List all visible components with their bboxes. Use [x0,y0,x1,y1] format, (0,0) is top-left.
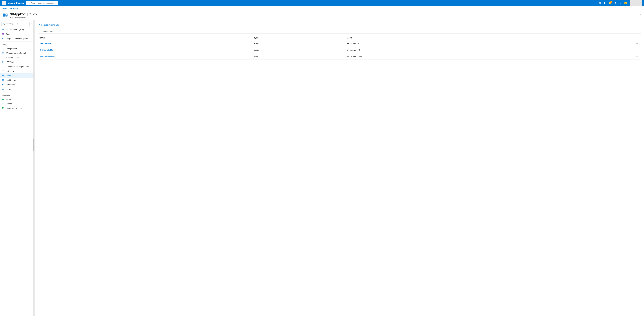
breadcrumb-home[interactable]: Home [2,7,7,10]
azure-logo: Microsoft Azure [8,2,24,4]
resource-ellipsis-btn[interactable]: ... [38,12,42,16]
svg-rect-20 [2,66,4,67]
row-menu-btn-0[interactable]: ··· [635,42,639,45]
svg-rect-32 [3,84,4,85]
row-actions-2: ··· [552,53,641,60]
sidebar-label-backend-pools: Backend pools [6,56,18,59]
sidebar-item-alerts[interactable]: Alerts [0,97,34,101]
help-btn[interactable]: ? [618,1,622,5]
row-menu-btn-1[interactable]: ··· [635,48,639,51]
sidebar-label-alerts: Alerts [6,98,11,100]
add-routing-rule-btn[interactable]: + Request routing rule [38,23,60,27]
resource-title-text: SRAppGV1 | Rules [10,12,37,16]
sidebar-item-properties[interactable]: Properties [0,82,34,87]
sidebar-collapse-btn[interactable]: « [30,22,33,25]
svg-rect-6 [6,15,6,15]
settings-section-label: Settings [0,42,34,46]
table-header-row: Name Type Listener [38,35,641,40]
col-listener: Listener [345,35,552,40]
main-layout: Home > SRAppGV1 SRAppGV1 | Rules ... A [0,6,644,316]
search-rules-input[interactable] [42,30,639,32]
sidebar-search-icon: 🔍 [3,23,5,25]
col-type: Type [252,35,345,40]
svg-rect-2 [4,14,4,14]
row-name-1: SRHttpRule443 [38,47,252,53]
content-layout: 🔍 « Access control (IAM) Tags [0,20,644,316]
main-content: + Request routing rule 🔍 Name Type Liste… [34,20,644,316]
row-type-2: Basic [252,53,345,60]
sidebar-item-diagnostic[interactable]: Diagnostic settings [0,106,34,110]
sidebar-label-rules: Rules [6,75,11,77]
add-routing-rule-label: Request routing rule [41,24,59,26]
rule-name-link-0[interactable]: SRHttpRule80 [40,42,52,45]
svg-rect-34 [2,89,4,90]
row-type-1: Basic [252,47,345,53]
toolbar: + Request routing rule [38,23,641,27]
firewall-icon [2,52,4,54]
sidebar-label-health-probes: Health probes [6,79,18,81]
monitoring-section-label: Monitoring [0,93,34,97]
search-wrap: 🔍 [26,1,117,5]
svg-rect-40 [2,108,3,109]
sidebar-item-access-control[interactable]: Access control (IAM) [0,27,34,32]
svg-rect-11 [2,48,3,48]
sidebar-search-wrap: 🔍 « [0,20,34,27]
notifications-btn[interactable]: 🔔 4 [608,1,613,5]
rule-name-link-2[interactable]: SRHttpRule22334 [40,55,55,58]
sidebar-item-metrics[interactable]: Metrics [0,101,34,106]
http-settings-icon [2,61,4,63]
breadcrumb-resource[interactable]: SRAppGV1 [10,7,20,10]
resource-icon [2,12,8,18]
svg-rect-3 [4,15,4,15]
svg-rect-13 [2,49,3,49]
email-icon-btn[interactable]: ✉ [598,1,602,5]
resource-title-group: SRAppGV1 | Rules ... Application gateway [10,12,637,18]
sidebar-label-properties: Properties [6,84,14,86]
sidebar-item-listeners[interactable]: Listeners [0,69,34,73]
row-menu-btn-2[interactable]: ··· [635,55,639,58]
sidebar-item-frontend-ip[interactable]: Frontend IP configurations [0,64,34,69]
sidebar-item-rules[interactable]: Rules [0,73,34,78]
resource-title: SRAppGV1 | Rules ... [10,12,637,16]
alerts-icon [2,98,4,100]
search-bar [38,29,641,34]
rules-table: Name Type Listener SRHttpRule80 Basic SR… [38,35,641,60]
listeners-icon [2,70,4,72]
sidebar-item-configuration[interactable]: Configuration [0,46,34,51]
sidebar-item-diagnose[interactable]: Diagnose and solve problems [0,36,34,41]
hamburger-menu[interactable]: ☰ [2,1,6,5]
search-bar-wrap: 🔍 [38,29,641,34]
properties-icon [2,83,4,86]
metrics-icon [2,103,4,105]
tags-icon [2,33,4,35]
sidebar-item-tags[interactable]: Tags [0,32,34,36]
sidebar-item-web-app-firewall[interactable]: Web application firewall [0,51,34,55]
rule-name-link-1[interactable]: SRHttpRule443 [40,49,53,51]
sidebar-label-http-settings: HTTP settings [6,61,18,63]
sidebar-item-backend-pools[interactable]: Backend pools [0,55,34,60]
svg-rect-35 [2,99,2,100]
configuration-icon [2,47,4,50]
row-type-0: Basic [252,40,345,47]
sidebar-item-health-probes[interactable]: Health probes [0,78,34,82]
svg-point-8 [2,28,4,29]
topbar-account-section [630,0,642,6]
sidebar-item-http-settings[interactable]: HTTP settings [0,60,34,64]
svg-rect-37 [4,99,4,100]
row-name-2: SRHttpRule22334 [38,53,252,60]
svg-point-9 [2,33,3,34]
svg-rect-15 [2,57,4,57]
diagnostic-icon [2,107,4,109]
settings-btn[interactable]: ⚙ [614,1,618,5]
close-button[interactable]: × [639,12,642,17]
svg-rect-7 [6,16,6,16]
sidebar-search-input[interactable] [2,22,30,26]
topbar-icons: ✉ ⬆ 🔔 4 ⚙ ? 🙂 [598,1,628,5]
feedback-btn[interactable]: 🙂 [623,1,628,5]
svg-line-29 [2,80,3,80]
sidebar-label-metrics: Metrics [6,103,12,105]
global-search-input[interactable] [26,1,58,5]
svg-line-30 [3,80,4,80]
sidebar-item-locks[interactable]: Locks [0,87,34,91]
upload-icon-btn[interactable]: ⬆ [602,1,607,5]
